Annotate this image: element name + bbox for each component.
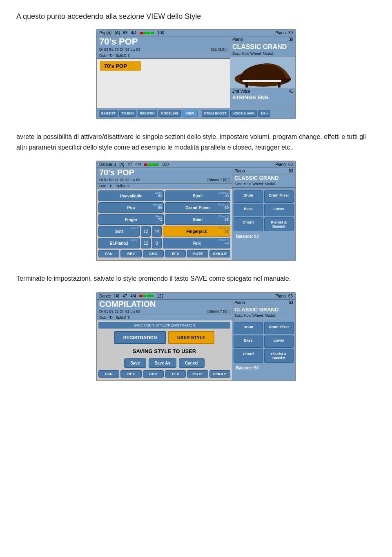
btn-modeling[interactable]: MODELING (158, 110, 181, 117)
grid-cell-12-1[interactable]: 12 (141, 226, 151, 237)
grid-main-fingerpick: Fingerpick (165, 229, 228, 234)
grid-val-52: 52 (225, 229, 229, 233)
btn-drum[interactable]: Drum (234, 190, 263, 203)
grid-main-soft: Soft (100, 229, 138, 234)
grid-main-steel3: Steel (167, 217, 228, 222)
grid-cell-fingerpick[interactable]: Chord 4 Fingerpick 52 (163, 226, 230, 237)
s3-btn-lower[interactable]: Lower (264, 336, 294, 348)
grid-cell-elpiano2[interactable]: Low 2 El.Piano2 (98, 238, 140, 248)
screen1-piano-image (230, 57, 295, 88)
btn-bass[interactable]: Bass (234, 204, 263, 216)
screen1-voice-label: 2nd Voice (232, 89, 250, 94)
screen2-grid: Drum Unavailable 82 Chord 1 Steel 90 Gro… (97, 189, 232, 260)
s3-btn-single[interactable]: SINGLE (209, 370, 230, 378)
grid-val-90: 90 (225, 194, 229, 198)
btn-save-as[interactable]: Save As (149, 358, 177, 368)
grid-val-60: 60 (225, 206, 229, 210)
btn-registration[interactable]: REGISTRATION (114, 331, 166, 344)
grid-cell-unavailable[interactable]: Drum Unavailable 82 (98, 190, 164, 201)
screen1-bottom-buttons: BASSIST TO END REINTRO MODELING VIEW DRU… (97, 108, 295, 119)
s3-status-left: Dance [A] 47 4/4 122 (99, 294, 164, 298)
btn-cho[interactable]: CHO (143, 250, 164, 257)
grid-cell-finger[interactable]: Bass Finger 72 (98, 214, 164, 225)
grid-label-low1: Low 1 (130, 227, 138, 230)
s3-status-piano: Piano (275, 294, 286, 298)
svg-rect-2 (278, 83, 281, 88)
piano-svg (230, 57, 295, 87)
grid-cell-44[interactable]: 44 (152, 226, 162, 237)
s2-info-row: Dr 61 Bs 51 Ch 62 Lw 63 (99, 178, 140, 182)
screen1-piano-big: CLASSIC GRAND (230, 43, 295, 51)
s3-btn-drum[interactable]: Drum (234, 322, 263, 334)
btn-chord[interactable]: Chord (234, 217, 263, 231)
grid-row-5: Low 2 El.Piano2 12 0 Chord 5 Folk 70 (98, 238, 230, 248)
screen2-device: Dance(u) [A] 47 4/4 100 Piano 63 70's PO… (96, 161, 296, 261)
grid-cell-12-2[interactable]: 12 (141, 238, 151, 248)
led-green2 (147, 32, 150, 34)
btn-voice-vari[interactable]: VOICE & VARI (230, 110, 257, 117)
grid-cell-steel3[interactable]: Chord 3 Steel 58 (165, 214, 230, 225)
btn-pianist-bassist[interactable]: Pianist & Bassist (264, 217, 294, 231)
grid-cell-folk[interactable]: Chord 5 Folk 70 (163, 238, 230, 248)
s3-btn-rev[interactable]: REV (120, 370, 141, 378)
s3-btn-drum-mixer[interactable]: Drum Mixer (264, 322, 294, 334)
screen1-info-right: [Bb (3.5) ] (211, 47, 227, 51)
btn-to-end[interactable]: TO END (119, 110, 136, 117)
s3-btn-efx[interactable]: EFX (165, 370, 186, 378)
grid-val-12-2: 12 (143, 241, 149, 246)
grid-cell-grand-piano[interactable]: Chord 2 Grand Piano 60 (165, 202, 230, 213)
screen3-right-btns: Drum Drum Mixer Bass Lower Chord Pianist… (232, 320, 295, 380)
btn-pan[interactable]: PAN (98, 250, 119, 257)
s2-status-num: 47 (127, 162, 132, 167)
grid-cell-0[interactable]: 0 (152, 238, 162, 248)
grid-row4-left: Low 1 Soft 12 44 (98, 226, 162, 237)
btn-rev[interactable]: REV (120, 250, 141, 257)
grid-val-12-1: 12 (143, 229, 149, 234)
screen1-piano-label: Piano 39 (230, 36, 295, 43)
screen1-piano-num: 39 (289, 37, 293, 42)
status-vol: 100 (157, 31, 164, 35)
btn-drum-boost[interactable]: DRUM BOOST (202, 110, 229, 117)
grid-cell-steel1[interactable]: Chord 1 Steel 90 (165, 190, 230, 201)
btn-mute[interactable]: MUTE (187, 250, 208, 257)
s3-btn-bass[interactable]: Bass (234, 336, 263, 348)
s3-piano-big: CLASSIC GRAND (232, 306, 295, 313)
screen3-device: Dance [A] 47 4/4 122 Piano 63 COMPILATIO… (96, 292, 296, 381)
screen1-voice-name: STRINGS ENS. (230, 94, 295, 102)
s2-rbtn-row2: Bass Lower (234, 204, 294, 216)
s3-led-bar (139, 295, 154, 297)
s3-btn-pan[interactable]: PAN (98, 370, 119, 378)
grid-cell-soft[interactable]: Low 1 Soft (98, 226, 140, 237)
s3-status-piano-num: 63 (288, 294, 293, 298)
screen1-sub-info: Dr 63 Bs 63 Ch 63 Lw 63 [Bb (3.5) ] (97, 47, 230, 53)
s2-status-style: Dance(u) (99, 162, 116, 167)
s3-status-time: 4/4 (130, 294, 136, 298)
btn-page[interactable]: 1/3 > (258, 110, 270, 117)
screen3-style-name: COMPILATION (99, 300, 156, 309)
btn-save[interactable]: Save (124, 358, 146, 368)
s3-balance: Balance: 50 (234, 364, 294, 372)
s3-btn-mute[interactable]: MUTE (187, 370, 208, 378)
btn-reintro[interactable]: REINTRO (138, 110, 157, 117)
s2-led-red (144, 163, 147, 166)
grid-val-72: 72 (158, 217, 162, 221)
s2-rbtn-row1: Drum Drum Mixer (234, 190, 294, 203)
btn-lower[interactable]: Lower (264, 204, 294, 216)
btn-view[interactable]: VIEW (182, 110, 198, 117)
s3-btn-pianist-bassist[interactable]: Pianist & Bassist (264, 349, 294, 363)
s2-led-bar (144, 163, 158, 166)
s3-piano-label: Piano 63 (232, 300, 295, 306)
btn-single[interactable]: SINGLE (209, 250, 230, 257)
btn-bassist[interactable]: BASSIST (99, 110, 118, 117)
s3-rbtn-row2: Bass Lower (234, 336, 294, 348)
btn-user-style[interactable]: USER STYLE (168, 331, 214, 344)
s3-btn-chord[interactable]: Chord (234, 349, 263, 363)
btn-drum-mixer[interactable]: Drum Mixer (264, 190, 294, 203)
s3-btn-cho[interactable]: CHO (143, 370, 164, 378)
s2-led-green2 (151, 163, 155, 166)
grid-cell-pop[interactable]: Groove Pop 86 (98, 202, 164, 213)
btn-efx[interactable]: EFX (165, 250, 186, 257)
btn-cancel[interactable]: Cancel (179, 358, 205, 368)
s3-piano-label-text: Piano (234, 300, 245, 305)
s2-sub-info: Dr 61 Bs 51 Ch 62 Lw 63 [Bbmin 7 (5) ] (97, 177, 232, 183)
